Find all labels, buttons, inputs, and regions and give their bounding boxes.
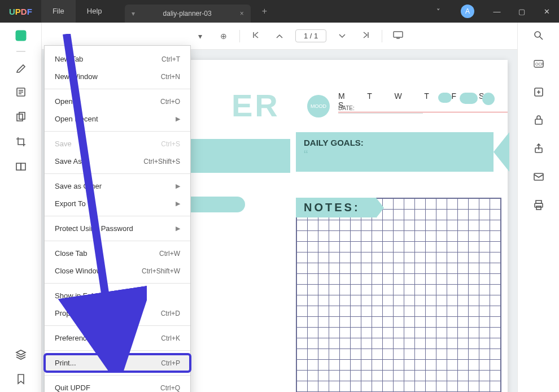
menu-file[interactable]: File	[41, 0, 76, 23]
menu-item-open-recent[interactable]: Open Recent▶	[45, 110, 190, 128]
menu-item-save-as-other[interactable]: Save as Other▶	[45, 177, 190, 195]
svg-rect-6	[16, 163, 21, 170]
crop-icon[interactable]	[15, 136, 27, 148]
annotate-icon[interactable]	[15, 61, 27, 73]
tab-pin-icon: ▾	[132, 10, 135, 18]
menu-item-quit-updf[interactable]: Quit UPDFCtrl+Q	[45, 379, 190, 392]
app-logo: UPDF	[0, 7, 41, 16]
tab-title: daliy-planner-03	[163, 10, 212, 18]
new-tab-button[interactable]: +	[255, 6, 274, 16]
menu-item-save: SaveCtrl+S	[45, 135, 190, 153]
window-maximize-button[interactable]: ▢	[509, 0, 534, 23]
titlebar-dropdown-icon[interactable]: ˅	[426, 7, 451, 16]
menu-item-open[interactable]: Open...Ctrl+O	[45, 93, 190, 110]
last-page-icon[interactable]	[358, 31, 374, 41]
menu-help[interactable]: Help	[76, 0, 113, 23]
titlebar: UPDF File Help ▾ daliy-planner-03 × + ˅ …	[0, 0, 559, 23]
menu-item-show-in-folder[interactable]: Show in Folder	[45, 287, 190, 304]
menu-item-protect-using-password[interactable]: Protect Using Password▶	[45, 220, 190, 237]
window-minimize-button[interactable]: —	[484, 0, 509, 23]
edit-text-icon[interactable]	[15, 86, 27, 98]
reader-mode-icon[interactable]	[15, 29, 27, 42]
email-icon[interactable]	[532, 171, 545, 183]
compress-icon[interactable]	[532, 86, 545, 98]
ocr-icon[interactable]: OCR	[532, 58, 545, 70]
page-indicator[interactable]: 1 / 1	[295, 29, 326, 42]
mood-badge: MOOD	[307, 95, 330, 117]
svg-rect-5	[19, 112, 25, 119]
notes-grid	[296, 198, 501, 392]
window-close-button[interactable]: ✕	[534, 0, 559, 23]
compare-icon[interactable]	[15, 160, 27, 173]
menu-item-close-tab[interactable]: Close TabCtrl+W	[45, 245, 190, 262]
prev-page-icon[interactable]	[272, 32, 287, 41]
menu-item-save-as[interactable]: Save As...Ctrl+Shift+S	[45, 153, 190, 170]
date-label: DATE:	[338, 105, 423, 114]
left-sidebar	[0, 23, 42, 392]
menu-item-properties[interactable]: Properties...Ctrl+D	[45, 304, 190, 322]
layers-icon[interactable]	[15, 348, 27, 360]
protect-icon[interactable]	[532, 114, 545, 127]
menu-item-new-tab[interactable]: New TabCtrl+T	[45, 50, 190, 68]
first-page-icon[interactable]	[248, 31, 264, 41]
document-tab[interactable]: ▾ daliy-planner-03 ×	[125, 5, 251, 23]
svg-point-9	[535, 32, 540, 37]
rain-cloud-icon	[460, 93, 478, 104]
sun-icon	[482, 93, 495, 105]
tab-close-icon[interactable]: ×	[240, 10, 244, 18]
menu-item-export-to[interactable]: Export To▶	[45, 195, 190, 212]
svg-rect-18	[536, 206, 541, 210]
svg-rect-17	[535, 203, 543, 207]
notes-label: NOTES:	[296, 198, 376, 217]
svg-text:OCR: OCR	[535, 62, 544, 66]
share-icon[interactable]	[532, 142, 545, 155]
menu-item-preferences[interactable]: Preferences...Ctrl+K	[45, 329, 190, 347]
zoom-dropdown[interactable]: ▾	[192, 32, 208, 41]
file-menu-dropdown: New TabCtrl+TNew WindowCtrl+NOpen...Ctrl…	[44, 45, 191, 392]
search-icon[interactable]	[532, 29, 545, 42]
svg-rect-13	[535, 119, 542, 124]
daily-goals-banner: DAILY GOALS: “	[296, 132, 494, 172]
add-page-icon[interactable]: ⊕	[216, 32, 232, 41]
cloud-icon	[438, 93, 452, 103]
svg-rect-2	[18, 36, 24, 37]
svg-rect-15	[534, 173, 543, 180]
organize-pages-icon[interactable]	[15, 111, 27, 123]
avatar[interactable]: A	[461, 5, 474, 18]
menu-item-new-window[interactable]: New WindowCtrl+N	[45, 68, 190, 85]
menu-item-close-window[interactable]: Close WindowCtrl+Shift+W	[45, 262, 190, 280]
right-sidebar: OCR	[517, 23, 559, 392]
svg-rect-4	[17, 114, 23, 121]
menu-item-print[interactable]: Print...Ctrl+P	[45, 354, 190, 372]
svg-rect-7	[21, 163, 25, 170]
svg-rect-1	[18, 33, 24, 34]
svg-rect-8	[394, 32, 403, 37]
presentation-icon[interactable]	[390, 31, 406, 41]
next-page-icon[interactable]	[334, 32, 350, 41]
print-icon[interactable]	[532, 199, 545, 211]
bookmark-icon[interactable]	[15, 373, 27, 385]
